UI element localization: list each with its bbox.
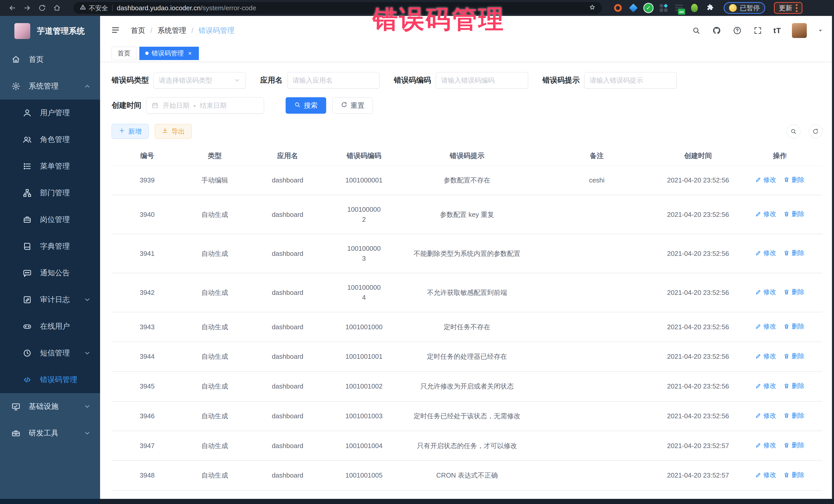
cell-type: 自动生成 [183, 342, 247, 372]
export-button[interactable]: 导出 [155, 124, 192, 139]
extension-orange-ring-icon[interactable] [613, 3, 622, 13]
menu-dots-icon[interactable] [796, 4, 797, 12]
github-icon[interactable] [712, 26, 722, 36]
annotation-overlay-title: 错误码管理 [373, 3, 505, 37]
fullscreen-icon[interactable] [753, 26, 763, 36]
edit-link[interactable]: 修改 [755, 175, 776, 185]
delete-link[interactable]: 删除 [784, 470, 805, 480]
chevron-down-icon[interactable] [817, 28, 823, 34]
extension-blue-gem-icon[interactable] [629, 3, 638, 13]
sidebar-item-通知公告[interactable]: 通知公告 [0, 260, 100, 286]
security-label[interactable]: 不安全 [80, 4, 108, 12]
cell-msg: 定时任务的处理器已经存在 [399, 342, 534, 372]
reset-button[interactable]: 重置 [332, 97, 373, 114]
sidebar-item-label: 菜单管理 [40, 161, 70, 171]
filter-row-2: 创建时间 开始日期 - 结束日期 搜索 重置 [112, 97, 822, 114]
delete-link[interactable]: 删除 [784, 351, 805, 361]
extension-list-icon[interactable]: on [674, 3, 684, 13]
delete-link[interactable]: 删除 [784, 287, 805, 297]
edit-link[interactable]: 修改 [755, 440, 776, 450]
font-size-icon[interactable]: tT [773, 26, 781, 35]
edit-link[interactable]: 修改 [755, 209, 776, 219]
bookmark-star-icon[interactable] [589, 4, 596, 12]
cell-app: dashboard [247, 372, 328, 401]
sidebar-item-审计日志[interactable]: 审计日志 [0, 286, 100, 313]
breadcrumb-system[interactable]: 系统管理 [158, 26, 186, 36]
error-msg-field[interactable] [584, 72, 677, 89]
tab-error-code[interactable]: 错误码管理 × [139, 47, 199, 60]
browser-scrollbar[interactable] [832, 16, 834, 499]
delete-link[interactable]: 删除 [784, 175, 805, 185]
close-icon[interactable]: × [187, 50, 193, 57]
delete-link[interactable]: 删除 [784, 381, 805, 391]
date-range-picker[interactable]: 开始日期 - 结束日期 [146, 97, 264, 114]
tab-home[interactable]: 首页 [112, 47, 136, 60]
cell-code: 1001001005 [328, 461, 399, 490]
cell-type: 自动生成 [183, 195, 247, 234]
cell-type: 自动生成 [183, 431, 247, 461]
edit-link[interactable]: 修改 [755, 322, 776, 331]
sidebar-item-角色管理[interactable]: 角色管理 [0, 126, 100, 153]
toggle-search-button[interactable] [787, 125, 800, 138]
extension-green-check-icon[interactable]: ✓ [644, 4, 653, 12]
app-name-input[interactable] [292, 76, 374, 84]
sidebar-item-基础设施[interactable]: 基础设施 [0, 393, 100, 420]
edit-link[interactable]: 修改 [755, 351, 776, 361]
sidebar-item-部门管理[interactable]: 部门管理 [0, 180, 100, 206]
error-code-input[interactable] [441, 76, 523, 84]
hamburger-icon[interactable] [111, 25, 121, 36]
sidebar-item-研发工具[interactable]: 研发工具 [0, 420, 100, 446]
profile-paused-pill[interactable]: 已暂停 [724, 2, 765, 14]
avatar[interactable] [792, 23, 807, 38]
cell-code: 1001001004 [328, 431, 399, 461]
delete-link[interactable]: 删除 [784, 248, 805, 258]
sidebar-item-系统管理[interactable]: 系统管理 [0, 73, 100, 100]
sidebar-item-label: 审计日志 [40, 294, 70, 305]
edit-link[interactable]: 修改 [755, 411, 776, 421]
sidebar-item-菜单管理[interactable]: 菜单管理 [0, 153, 100, 180]
sidebar-item-首页[interactable]: 首页 [0, 46, 100, 73]
delete-link[interactable]: 删除 [784, 411, 805, 421]
cell-time: 2021-04-20 23:52:56 [659, 273, 737, 312]
sidebar-item-用户管理[interactable]: 用户管理 [0, 100, 100, 126]
extension-sprout-icon[interactable] [690, 3, 699, 13]
search-button[interactable]: 搜索 [286, 97, 326, 114]
back-icon[interactable] [7, 2, 18, 14]
breadcrumb-home[interactable]: 首页 [131, 26, 145, 36]
address-bar[interactable]: 不安全 dashboard.yudao.iocoder.cn/system/er… [73, 2, 602, 14]
reload-icon[interactable] [37, 2, 48, 14]
sidebar-item-在线用户[interactable]: 在线用户 [0, 313, 100, 340]
edit-link[interactable]: 修改 [755, 248, 776, 258]
logo-row[interactable]: 芋道管理系统 [0, 16, 100, 46]
error-type-select[interactable]: 请选择错误码类型 [153, 72, 246, 89]
trash-icon [784, 177, 790, 183]
search-icon[interactable] [691, 26, 701, 36]
org-tree-icon [23, 188, 32, 198]
error-msg-input[interactable] [590, 76, 671, 84]
sidebar-item-字典管理[interactable]: 字典管理 [0, 233, 100, 260]
forward-icon[interactable] [22, 2, 33, 14]
active-tab-dot-icon [145, 51, 149, 55]
edit-link[interactable]: 修改 [755, 381, 776, 391]
app-name-field[interactable] [287, 72, 379, 89]
update-button[interactable]: 更新 [774, 2, 803, 14]
warning-icon [80, 4, 86, 12]
edit-link[interactable]: 修改 [755, 470, 776, 480]
add-button[interactable]: 新增 [112, 124, 149, 139]
edit-link[interactable]: 修改 [755, 287, 776, 297]
sidebar-item-错误码管理[interactable]: 错误码管理 [0, 367, 100, 393]
sidebar-item-短信管理[interactable]: 短信管理 [0, 340, 100, 367]
help-icon[interactable] [732, 26, 742, 36]
delete-link[interactable]: 删除 [784, 322, 805, 331]
browser-home-icon[interactable] [51, 2, 63, 14]
delete-link[interactable]: 删除 [784, 440, 805, 450]
filter-label: 创建时间 [112, 100, 141, 111]
delete-link[interactable]: 删除 [784, 209, 805, 219]
extensions-puzzle-icon[interactable] [705, 3, 715, 13]
cell-time: 2021-04-20 23:52:56 [659, 312, 737, 342]
extension-grid-icon[interactable] [659, 3, 668, 13]
error-code-field[interactable] [436, 72, 528, 89]
refresh-table-button[interactable] [809, 125, 822, 138]
sidebar-item-岗位管理[interactable]: 岗位管理 [0, 206, 100, 233]
code-icon [23, 375, 32, 385]
